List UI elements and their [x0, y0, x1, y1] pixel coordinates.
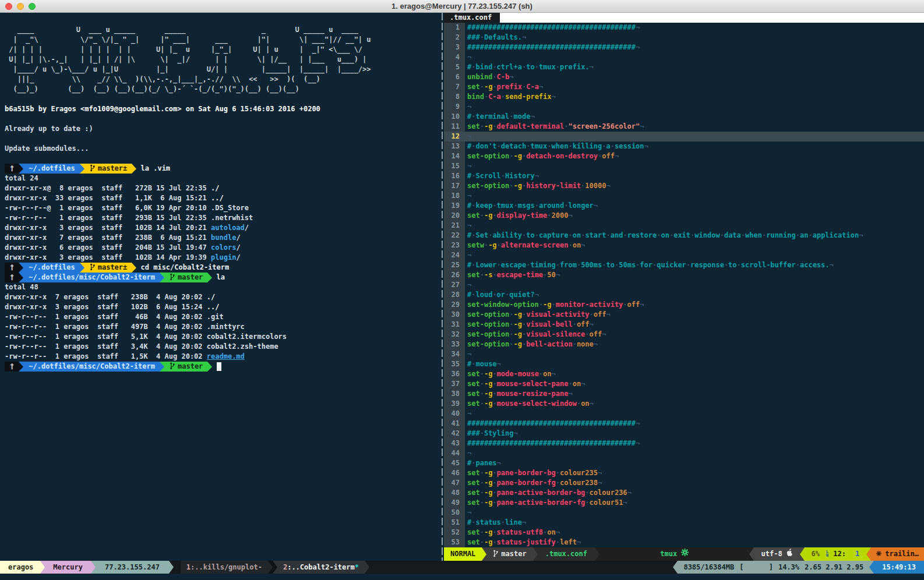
- branch-icon: [493, 550, 501, 558]
- prompt-arrow-segment: †: [5, 164, 19, 174]
- line-number-gutter: 29: [444, 300, 465, 310]
- vim-tab[interactable]: .tmux.conf: [444, 13, 500, 23]
- ascii-art-line: ____ U ___ u _____ _____ _ U _____ u ___…: [5, 25, 440, 35]
- gear-icon: [681, 547, 689, 561]
- cpu-percent: 14.3%: [778, 561, 799, 574]
- vim-line-16: 16#·Scroll·History¬: [444, 171, 924, 181]
- vim-line-35: 35#·mouse¬: [444, 359, 924, 369]
- powerline-arrow: [595, 547, 599, 561]
- vim-statusline: NORMAL master .tmux.conf tmux utf-8 6% L…: [444, 547, 924, 561]
- powerline-arrow: [19, 164, 23, 174]
- line-number-gutter: 32: [444, 330, 465, 339]
- vim-line-47: 47set·-g·pane-border-fg·colour238¬: [444, 478, 924, 488]
- vim-line-11: 11set·-g·default-terminal·"screen-256col…: [444, 122, 924, 132]
- line-number-gutter: 4: [444, 52, 465, 62]
- encoding-label: utf-8: [761, 547, 782, 561]
- ascii-art-line: |||_ \\ _// \\_ )(\\,-.-,_|___|_,-.// \\…: [5, 75, 440, 84]
- listing-total: total 24: [5, 174, 440, 183]
- file-row: -rw-r--r-- 1 eragos staff 1,5K 4 Aug 20:…: [5, 352, 440, 362]
- vim-line-9: 9¬: [444, 102, 924, 112]
- vim-buffer[interactable]: 1#######################################…: [444, 23, 924, 547]
- vim-line-7: 7set·-g·prefix·C-a¬: [444, 82, 924, 92]
- vim-pane[interactable]: .tmux.conf 1############################…: [444, 13, 924, 561]
- line-number-gutter: 26: [444, 270, 465, 280]
- vim-line-36: 36set·-g·mode-mouse·on¬: [444, 369, 924, 379]
- file-row: drwxr-xr-x 33 eragos staff 1,1K 6 Aug 15…: [5, 193, 440, 203]
- tmux-status-bar: eragos Mercury 77.23.155.247 1:..kills/g…: [0, 561, 924, 574]
- branch-name: master: [501, 550, 526, 558]
- line-number-gutter: 24: [444, 250, 465, 260]
- vim-line-21: 21¬: [444, 221, 924, 231]
- tmux-clock: 15:49:13: [874, 561, 924, 574]
- vim-line-46: 46set·-g·pane-border-bg·colour235¬: [444, 468, 924, 478]
- file-row: -rw-r--r-- 1 eragos staff 293B 15 Jul 22…: [5, 213, 440, 223]
- line-number-gutter: 16: [444, 171, 465, 181]
- tmux-window-2-current[interactable]: 2:..Cobalt2-iterm*: [277, 561, 365, 574]
- tmux-window-1[interactable]: 1:..kills/gnuplot-: [181, 561, 268, 574]
- powerline-arrow: [365, 561, 369, 574]
- line-number-gutter: 11: [444, 122, 465, 132]
- vim-line-26: 26set·-s·escape-time·50¬: [444, 270, 924, 280]
- shell-pane[interactable]: ____ U ___ u _____ _____ _ U _____ u ___…: [0, 13, 440, 561]
- statusline-git-branch[interactable]: master: [486, 547, 532, 561]
- apple-icon: [787, 547, 793, 561]
- file-row: -rw-r--r-- 1 eragos staff 497B 4 Aug 20:…: [5, 322, 440, 332]
- line-number-gutter: 9: [444, 102, 465, 112]
- prompt-git-segment: master±: [84, 263, 132, 273]
- vim-line-39: 39set·-g·mouse-select-window·on¬: [444, 399, 924, 409]
- vim-line-14: 14set-option·-g·detach-on-destroy·off¬: [444, 151, 924, 161]
- line-number-gutter: 13: [444, 142, 465, 151]
- vim-line-34: 34¬: [444, 349, 924, 359]
- listing-total: total 48: [5, 282, 440, 292]
- powerline-arrow: [19, 263, 23, 273]
- powerline-arrow: [533, 547, 538, 561]
- vim-line-37: 37set·-g·mouse-select-pane·on¬: [444, 379, 924, 389]
- shell-prompt: †~/.dotfilesmaster± cd misc/Cobalt2-iter…: [5, 263, 440, 273]
- blank-line: [5, 154, 440, 164]
- line-number-gutter: 5: [444, 62, 465, 72]
- vim-line-27: 27¬: [444, 280, 924, 290]
- line-number-gutter: 30: [444, 310, 465, 320]
- line-number-gutter: 40: [444, 409, 465, 419]
- command-text: cd misc/Cobalt2-iterm: [136, 263, 229, 271]
- vim-line-24: 24¬: [444, 250, 924, 260]
- vim-line-10: 10#·terminal·mode¬: [444, 112, 924, 122]
- line-number-gutter: 21: [444, 221, 465, 231]
- vim-line-6: 6unbind·C-b¬: [444, 72, 924, 82]
- vim-tabline: .tmux.conf: [444, 13, 924, 23]
- shell-prompt: †~/.dotfilesmaster± la .vim: [5, 164, 440, 174]
- line-number-gutter: 31: [444, 320, 465, 330]
- statusline-middle: tmux: [599, 547, 750, 561]
- file-row: drwxr-xr-x 7 eragos staff 238B 4 Aug 20:…: [5, 292, 440, 302]
- blank-line: [5, 94, 440, 104]
- vim-line-41: 41######################################…: [444, 419, 924, 429]
- line-number-gutter: 52: [444, 528, 465, 537]
- window-title: 1. eragos@Mercury | 77.23.155.247 (sh): [0, 2, 924, 10]
- prompt-path-segment: ~/.dotfiles/misc/Cobalt2-iterm: [23, 362, 160, 372]
- vim-mode-indicator: NORMAL: [444, 547, 482, 561]
- file-row: -rw-r--r--@ 1 eragos staff 6,0K 19 Apr 2…: [5, 203, 440, 213]
- line-number-gutter: 34: [444, 349, 465, 359]
- powerline-arrow: [80, 263, 84, 273]
- powerline-arrow: [207, 362, 212, 372]
- line-number-gutter: 14: [444, 151, 465, 161]
- powerline-arrow: [19, 362, 23, 372]
- ascii-art-line: U| |_| |\.-,_| | |_| | /| |\ \| _|/ | | …: [5, 55, 440, 65]
- line-number-gutter: 17: [444, 181, 465, 191]
- vim-line-15: 15¬: [444, 161, 924, 171]
- vim-line-42: 42###·Styling¬: [444, 429, 924, 438]
- line-number-gutter: 41: [444, 419, 465, 429]
- window-name: :..Cobalt2-iterm: [287, 563, 355, 571]
- powerline-arrow: [273, 561, 277, 574]
- tmux-host-segment: Mercury: [45, 561, 91, 574]
- line-number-gutter: 25: [444, 260, 465, 270]
- tmux-system-stats: 8385/16384MB[ ]14.3%2.65 2.91 2.95: [678, 561, 869, 574]
- powerline-arrow: [749, 547, 754, 561]
- vim-line-19: 19#·keep·tmux·msgs·around·longer¬: [444, 201, 924, 211]
- tmux-user-segment: eragos: [0, 561, 40, 574]
- vim-line-17: 17set-option·-g·history-limit·10000¬: [444, 181, 924, 191]
- powerline-arrow: [40, 561, 45, 574]
- vim-line-13: 13#·don't·detach·tmux·when·killing·a·ses…: [444, 142, 924, 151]
- line-number-gutter: 35: [444, 359, 465, 369]
- ascii-art-line: /| | | | | | | | | | U| |_ u |_"_| U| | …: [5, 45, 440, 55]
